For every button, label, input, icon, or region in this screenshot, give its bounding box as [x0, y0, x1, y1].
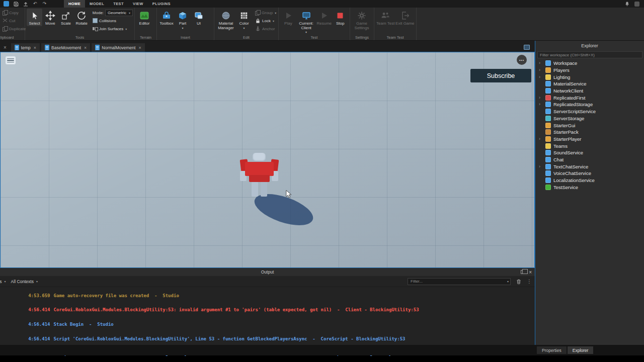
resume-label: Resume: [316, 22, 332, 26]
color-button[interactable]: Color ▾: [236, 9, 252, 30]
close-icon[interactable]: ×: [84, 45, 87, 50]
exit-game-button[interactable]: Exit Game: [395, 9, 415, 26]
clear-output-icon[interactable]: [516, 279, 522, 285]
explorer-item[interactable]: › StarterPlayer: [535, 136, 644, 143]
explorer-item[interactable]: › LocalizationService: [535, 177, 644, 184]
explorer-item[interactable]: › NetworkClient: [535, 87, 644, 95]
close-icon[interactable]: ×: [1, 45, 11, 52]
close-icon[interactable]: ×: [138, 45, 141, 50]
ui-button[interactable]: UI: [191, 9, 207, 26]
collisions-toggle[interactable]: Collisions: [92, 17, 133, 25]
output-log-line[interactable]: 4:56.414Stack Begin - Studio: [1, 318, 535, 332]
explorer-item[interactable]: › TestService: [535, 184, 644, 191]
float-panel-icon[interactable]: [521, 270, 525, 274]
output-log-line[interactable]: 4:56.414Script 'CoreGui.RobloxGui.Module…: [1, 332, 535, 346]
chevron-right-icon[interactable]: ›: [539, 75, 544, 79]
undo-icon[interactable]: ↶: [32, 1, 38, 7]
explorer-item[interactable]: › TextChatService: [535, 163, 644, 170]
chevron-down-icon: ▾: [125, 27, 127, 31]
notifications-bell-icon[interactable]: [624, 1, 630, 7]
explorer-item-label: NetworkClient: [553, 88, 583, 94]
join-surfaces-dropdown[interactable]: Join Surfaces ▾: [92, 25, 133, 33]
output-menu-kebab-icon[interactable]: ⋮: [527, 279, 532, 284]
explorer-item[interactable]: › Lighting: [535, 73, 644, 80]
output-filter-input[interactable]: [408, 278, 511, 285]
explorer-item[interactable]: › ServerScriptService: [535, 108, 644, 115]
lock-button[interactable]: Lock ▾: [254, 17, 276, 25]
anchor-label: Anchor: [262, 27, 275, 31]
chevron-right-icon[interactable]: ›: [539, 68, 544, 72]
chevron-right-icon[interactable]: ›: [539, 102, 544, 107]
dock-tab-explorer[interactable]: Explorer: [568, 346, 594, 354]
messages-filter-dropdown[interactable]: All Messages ▾: [0, 279, 6, 284]
cut-button[interactable]: Cut: [2, 17, 23, 25]
game-settings-button[interactable]: Game Settings: [352, 9, 372, 30]
subscribe-button[interactable]: Subscribe: [470, 69, 531, 82]
context-filter-dropdown[interactable]: All Contexts ▾: [11, 279, 38, 284]
chevron-right-icon[interactable]: ›: [539, 61, 544, 65]
explorer-item[interactable]: › Teams: [535, 142, 644, 149]
ribbon-group-edit: Material Manager Color ▾ Group ▾: [214, 8, 279, 40]
menu-tab-test[interactable]: TEST: [109, 0, 128, 8]
explorer-item[interactable]: › MaterialService: [535, 80, 644, 87]
move-label: Move: [45, 22, 55, 26]
duplicate-button[interactable]: Duplicate: [2, 25, 23, 33]
dock-tab-properties[interactable]: Properties: [537, 346, 567, 354]
rotate-tool-button[interactable]: Rotate: [74, 9, 90, 26]
explorer-item[interactable]: › VoiceChatService: [535, 170, 644, 177]
scale-tool-button[interactable]: Scale: [58, 9, 73, 26]
play-button[interactable]: Play: [280, 9, 296, 26]
close-icon[interactable]: ×: [34, 45, 36, 50]
explorer-item[interactable]: › StarterGui: [535, 122, 644, 129]
editor-tab[interactable]: BaseMovement ×: [41, 43, 90, 52]
menu-tab-home[interactable]: HOME: [64, 0, 85, 8]
editor-tab[interactable]: temp ×: [11, 43, 40, 52]
chevron-right-icon[interactable]: ›: [539, 137, 544, 141]
menu-tab-plugins[interactable]: PLUGINS: [148, 0, 175, 8]
material-manager-button[interactable]: Material Manager: [216, 9, 236, 30]
output-log-line[interactable]: 4:56.414CoreGui.RobloxGui.Modules.Blocki…: [1, 303, 535, 318]
menu-tab-model[interactable]: MODEL: [85, 0, 109, 8]
mode-dropdown[interactable]: Geometric ▾: [105, 10, 133, 16]
stop-button[interactable]: Stop: [332, 9, 348, 26]
more-options-icon[interactable]: •••: [517, 55, 527, 65]
output-panel-title: Output: [0, 269, 535, 275]
publish-icon[interactable]: [23, 1, 28, 7]
character-leg-right: [261, 182, 267, 197]
user-avatar[interactable]: [634, 2, 639, 7]
current-client-dropdown[interactable]: Current: Client ▾: [296, 9, 316, 34]
terrain-editor-button[interactable]: Editor: [136, 9, 152, 26]
chat-log-icon[interactable]: [6, 56, 16, 64]
select-tool-button[interactable]: Select: [27, 9, 42, 26]
part-button[interactable]: Part ▾: [175, 9, 191, 30]
team-test-button[interactable]: Team Test: [376, 9, 395, 26]
editor-label: Editor: [139, 22, 150, 26]
save-icon[interactable]: [13, 1, 19, 7]
test-group-label: Test: [279, 35, 350, 40]
explorer-item[interactable]: › SoundService: [535, 149, 644, 156]
explorer-item[interactable]: › ServerStorage: [535, 115, 644, 122]
explorer-item[interactable]: › StarterPack: [535, 129, 644, 136]
output-log-line[interactable]: 4:53.659Game auto-recovery file was crea…: [1, 289, 535, 303]
app-icon[interactable]: [4, 1, 9, 7]
menu-tab-view[interactable]: VIEW: [128, 0, 148, 8]
group-button[interactable]: Group ▾: [254, 9, 276, 17]
detach-panel-icon[interactable]: [524, 45, 530, 50]
explorer-item[interactable]: › ReplicatedStorage: [535, 101, 644, 108]
3d-viewport[interactable]: ••• Subscribe: [0, 52, 535, 268]
copy-button[interactable]: Copy: [2, 9, 23, 17]
explorer-item[interactable]: › Chat: [535, 156, 644, 163]
chevron-right-icon[interactable]: ›: [539, 164, 544, 169]
explorer-item[interactable]: › Workspace: [535, 60, 644, 67]
explorer-item[interactable]: › ReplicatedFirst: [535, 94, 644, 101]
redo-icon[interactable]: ↷: [42, 1, 47, 7]
explorer-item[interactable]: › Players: [535, 67, 644, 74]
close-icon[interactable]: ×: [529, 269, 532, 275]
chevron-right-icon[interactable]: ›: [539, 96, 544, 100]
editor-tab[interactable]: NormalMovement ×: [92, 43, 144, 52]
explorer-filter-input[interactable]: [537, 51, 642, 58]
move-tool-button[interactable]: Move: [42, 9, 58, 26]
resume-button[interactable]: Resume: [316, 9, 332, 26]
anchor-button[interactable]: Anchor: [254, 25, 276, 33]
toolbox-button[interactable]: Toolbox: [158, 9, 175, 26]
